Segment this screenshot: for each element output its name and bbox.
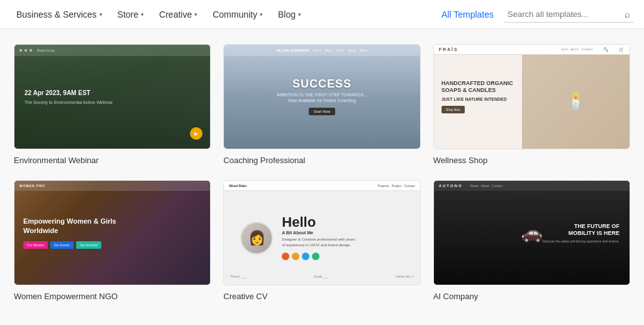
search-bar: ⌕ <box>504 6 634 23</box>
top-nav: Business & Services ▾ Store ▾ Creative ▾… <box>0 0 644 29</box>
template-thumb-coaching-pro: ALLAN JOHNSON Home Menu Menu Menu Menu S… <box>223 44 420 149</box>
all-templates-button[interactable]: All Templates <box>436 7 499 22</box>
chevron-down-icon: ▾ <box>194 11 197 18</box>
template-label-wellness-shop: Wellness Shop <box>433 156 630 165</box>
search-input[interactable] <box>508 9 621 19</box>
template-card-ai-company[interactable]: AUTONO Home About Contact 🚗 THE FUTURE O… <box>433 180 630 301</box>
template-card-wellness-shop[interactable]: FRAÏS SHOP ABOUT CONTACT 🔍 🛒 🕯️ HANDCRAF… <box>433 44 630 165</box>
nav-label-blog: Blog <box>278 9 296 20</box>
template-label-env-webinar: Environmental Webinar <box>14 156 211 165</box>
nav-item-store[interactable]: Store ▾ <box>111 6 150 23</box>
template-card-coaching-pro[interactable]: ALLAN JOHNSON Home Menu Menu Menu Menu S… <box>223 44 420 165</box>
nav-label-creative: Creative <box>159 9 192 20</box>
template-thumb-ai-company: AUTONO Home About Contact 🚗 THE FUTURE O… <box>433 180 630 285</box>
chevron-down-icon: ▾ <box>141 11 144 18</box>
chevron-down-icon: ▾ <box>260 11 263 18</box>
template-label-coaching-pro: Coaching Professional <box>223 156 420 165</box>
nav-label-store: Store <box>118 9 138 20</box>
chevron-down-icon: ▾ <box>298 11 301 18</box>
template-label-women-ngo: Women Empowerment NGO <box>14 292 211 301</box>
nav-item-community[interactable]: Community ▾ <box>206 6 269 23</box>
our-mission-button: Our Mission <box>23 241 48 249</box>
get-involved-button: Get Involved <box>76 241 101 249</box>
nav-item-blog[interactable]: Blog ▾ <box>272 6 308 23</box>
template-card-creative-cv[interactable]: Wired Rider Projects Project Contact 👩 H… <box>223 180 420 301</box>
nav-item-creative[interactable]: Creative ▾ <box>153 6 204 23</box>
template-thumb-env-webinar: Bright Group 22 Apr 2023, 9AM EST The So… <box>14 44 211 149</box>
template-thumb-wellness-shop: FRAÏS SHOP ABOUT CONTACT 🔍 🛒 🕯️ HANDCRAF… <box>433 44 630 149</box>
our-events-button: Our Events <box>50 241 74 249</box>
chevron-down-icon: ▾ <box>99 11 103 18</box>
search-icon[interactable]: ⌕ <box>625 9 630 20</box>
play-icon: ▶ <box>190 127 203 140</box>
template-card-women-ngo[interactable]: WOMEN PRO Empowering Women & Girls World… <box>14 180 211 301</box>
template-thumb-women-ngo: WOMEN PRO Empowering Women & Girls World… <box>14 180 211 285</box>
template-label-creative-cv: Creative CV <box>223 292 420 301</box>
nav-label-business: Business & Services <box>16 9 97 20</box>
nav-label-community: Community <box>213 9 257 20</box>
templates-grid: Bright Group 22 Apr 2023, 9AM EST The So… <box>14 44 630 301</box>
template-card-env-webinar[interactable]: Bright Group 22 Apr 2023, 9AM EST The So… <box>14 44 211 165</box>
template-thumb-creative-cv: Wired Rider Projects Project Contact 👩 H… <box>223 180 420 285</box>
main-content: Bright Group 22 Apr 2023, 9AM EST The So… <box>0 29 644 325</box>
nav-item-business[interactable]: Business & Services ▾ <box>10 6 109 23</box>
template-label-ai-company: AI Company <box>433 292 630 301</box>
